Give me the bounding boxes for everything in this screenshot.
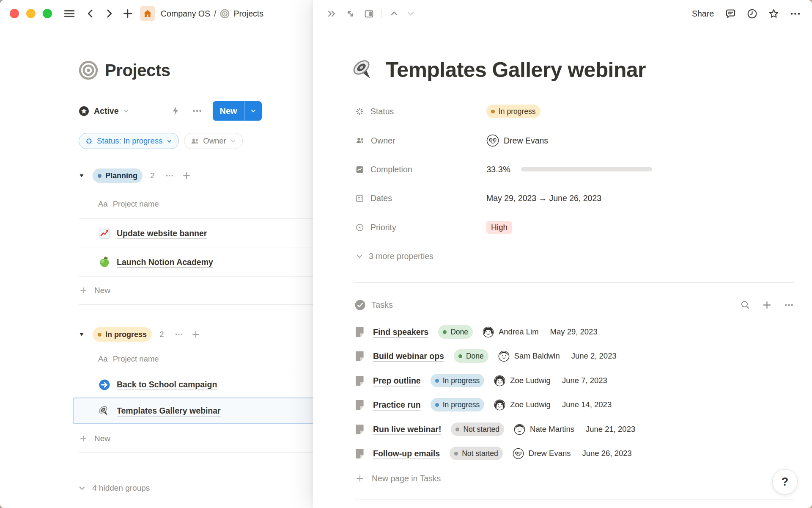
group-new-row[interactable]: New — [79, 276, 314, 304]
new-row-label: New — [94, 286, 110, 295]
expand-page-icon[interactable] — [345, 8, 356, 19]
share-button[interactable]: Share — [692, 9, 714, 19]
task-row[interactable]: Find speakers Done Andrea Lim May 29, 20… — [355, 322, 791, 342]
group-add-plus-icon[interactable] — [191, 330, 200, 339]
more-properties-row[interactable]: 3 more properties — [355, 247, 795, 265]
minimize-window-button[interactable] — [26, 9, 36, 18]
project-title[interactable]: Templates Gallery webinar — [117, 406, 221, 416]
task-title[interactable]: Find speakers — [373, 327, 428, 337]
task-date: June 7, 2023 — [562, 376, 607, 385]
task-row[interactable]: Run live webinar! Not started Nate Marti… — [355, 419, 791, 439]
help-button[interactable]: ? — [772, 469, 798, 494]
new-project-button[interactable]: New — [213, 101, 262, 121]
more-ellipsis-icon[interactable] — [790, 8, 801, 19]
project-title[interactable]: Update website banner — [117, 229, 207, 238]
group-header-in-progress: In progress 2 — [79, 325, 200, 344]
filter-status-label: Status: In progress — [97, 136, 162, 146]
tasks-ellipsis-icon[interactable] — [784, 300, 794, 310]
loudspeaker-icon — [98, 405, 110, 417]
next-page-chevron-down-icon[interactable] — [406, 8, 416, 19]
project-row[interactable]: Launch Notion Academy — [79, 248, 314, 276]
peek-page-title[interactable]: Templates Gallery webinar — [386, 58, 646, 82]
new-button-label[interactable]: New — [213, 101, 244, 121]
owner-value[interactable]: Drew Evans — [504, 136, 548, 146]
tasks-title[interactable]: Tasks — [371, 300, 393, 310]
group-ellipsis-icon[interactable] — [174, 330, 184, 339]
group-add-plus-icon[interactable] — [182, 171, 191, 180]
tasks-check-icon — [354, 299, 366, 311]
people-icon — [355, 136, 365, 145]
property-row-completion[interactable]: Completion 33.3% — [355, 160, 795, 179]
plus-icon — [355, 474, 365, 483]
priority-chip-high[interactable]: High — [486, 221, 512, 234]
filter-chip-status[interactable]: Status: In progress — [79, 133, 179, 149]
property-row-status[interactable]: Status In progress — [355, 102, 795, 121]
home-icon[interactable] — [140, 6, 155, 21]
breadcrumb-page[interactable]: Projects — [233, 9, 263, 19]
task-title[interactable]: Follow-up emails — [373, 449, 440, 458]
avatar-andrea-lim — [483, 326, 494, 338]
close-peek-double-chevron-icon[interactable] — [326, 8, 337, 19]
filter-chip-owner[interactable]: Owner — [184, 133, 243, 149]
side-peek-icon[interactable] — [364, 8, 374, 19]
task-row[interactable]: Practice run In progress Zoe Ludwig June… — [355, 395, 791, 415]
dates-value[interactable]: May 29, 2023 → June 26, 2023 — [486, 193, 601, 203]
tasks-add-plus-icon[interactable] — [762, 300, 772, 310]
updates-clock-icon[interactable] — [746, 8, 758, 19]
project-row[interactable]: Back to School campaign — [79, 372, 314, 398]
target-icon[interactable] — [79, 61, 98, 80]
task-title[interactable]: Run live webinar! — [373, 425, 441, 434]
breadcrumb-workspace[interactable]: Company OS — [161, 9, 210, 19]
group-chip-in-progress[interactable]: In progress — [93, 327, 152, 342]
new-button-dropdown[interactable] — [245, 101, 262, 121]
task-date: May 29, 2023 — [550, 327, 598, 337]
loudspeaker-icon[interactable] — [351, 58, 376, 82]
project-title[interactable]: Back to School campaign — [117, 380, 217, 389]
task-title[interactable]: Prep outline — [373, 376, 421, 386]
automations-lightning-icon[interactable] — [170, 106, 181, 116]
sidebar-toggle-icon[interactable] — [63, 7, 76, 20]
forward-icon[interactable] — [104, 8, 115, 19]
new-tab-plus-icon[interactable] — [122, 8, 133, 19]
task-row[interactable]: Follow-up emails Not started Drew Evans … — [355, 443, 791, 464]
previous-page-chevron-up-icon[interactable] — [389, 8, 399, 19]
tasks-search-icon[interactable] — [740, 300, 750, 310]
task-title[interactable]: Practice run — [373, 400, 421, 410]
plus-icon — [79, 286, 88, 295]
task-title[interactable]: Build webinar ops — [373, 351, 444, 361]
task-row[interactable]: Prep outline In progress Zoe Ludwig June… — [355, 370, 791, 391]
zoom-window-button[interactable] — [43, 9, 52, 18]
main-surface: Company OS / Projects Projects Active — [0, 0, 313, 508]
chart-icon — [355, 165, 364, 174]
group-chip-planning[interactable]: Planning — [93, 168, 143, 183]
task-row[interactable]: Build webinar ops Done Sam Baldwin June … — [355, 346, 791, 366]
view-tab-active[interactable]: Active — [94, 106, 119, 116]
column-name-label[interactable]: Project name — [113, 354, 159, 364]
status-chip[interactable]: In progress — [486, 105, 540, 118]
new-page-in-tasks-row[interactable]: New page in Tasks — [355, 468, 791, 489]
comments-icon[interactable] — [725, 8, 736, 19]
page-title[interactable]: Projects — [105, 61, 170, 80]
group-new-row[interactable]: New — [79, 425, 314, 452]
favorite-star-icon[interactable] — [768, 8, 779, 19]
hidden-groups-row[interactable]: 4 hidden groups — [78, 478, 150, 498]
avatar-sam-baldwin — [498, 351, 510, 362]
project-row-selected[interactable]: Templates Gallery webinar — [73, 398, 315, 424]
close-window-button[interactable] — [10, 9, 19, 18]
project-row[interactable]: Update website banner — [79, 219, 314, 248]
column-name-label[interactable]: Project name — [113, 199, 159, 209]
target-icon — [220, 9, 230, 19]
property-row-owner[interactable]: Owner Drew Evans — [355, 131, 795, 150]
filter-owner-label: Owner — [203, 136, 226, 146]
property-row-priority[interactable]: Priority High — [355, 218, 795, 237]
group-collapse-triangle-icon[interactable] — [79, 173, 85, 179]
chevron-down-icon[interactable] — [122, 107, 130, 115]
group-ellipsis-icon[interactable] — [165, 171, 174, 180]
page-icon — [355, 375, 364, 386]
property-row-dates[interactable]: Dates May 29, 2023 → June 26, 2023 — [355, 189, 795, 207]
project-title[interactable]: Launch Notion Academy — [117, 257, 213, 267]
view-options-ellipsis-icon[interactable] — [192, 105, 203, 116]
green-apple-icon — [99, 256, 110, 268]
group-collapse-triangle-icon[interactable] — [79, 331, 85, 337]
back-icon[interactable] — [85, 8, 96, 19]
